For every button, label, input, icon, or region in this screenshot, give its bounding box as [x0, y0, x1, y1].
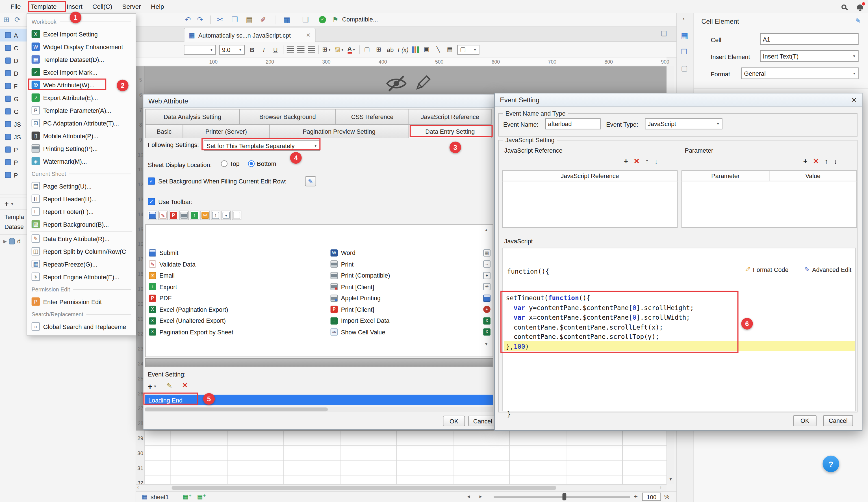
horizontal-scrollbar[interactable]: ‹ ›: [136, 484, 666, 491]
add-event-button[interactable]: +▼: [148, 382, 157, 391]
toolbar-option-row[interactable]: Excel (Pagination Export): [148, 304, 328, 315]
zoom-slider-track[interactable]: [494, 496, 630, 498]
toolbar-option-row[interactable]: PDF: [148, 293, 328, 304]
refresh-icon[interactable]: ⟳: [14, 16, 20, 24]
toolbar-preview-button[interactable]: [158, 211, 167, 220]
toolbar-option-row[interactable]: Excel (Unaltered Export): [148, 315, 328, 327]
toolbar-extra-row[interactable]: [483, 327, 492, 338]
prev-sheet-icon[interactable]: ◂: [467, 494, 470, 500]
menubar-item[interactable]: Server: [117, 0, 146, 13]
menubar-item[interactable]: Template: [26, 0, 62, 13]
sheet-display-top-radio[interactable]: Top: [221, 160, 240, 167]
following-settings-select[interactable]: Set for This Template Separately▼: [204, 141, 320, 151]
font-color-icon[interactable]: A▼: [347, 44, 355, 54]
menu-item[interactable]: Global Search and Replaceme: [27, 320, 136, 333]
delete-event-icon[interactable]: ✕: [182, 382, 188, 389]
zoom-slider-thumb[interactable]: [562, 493, 567, 500]
ok-button[interactable]: OK: [793, 415, 817, 426]
web-attribute-tab[interactable]: Printer (Server): [183, 124, 270, 138]
event-list-hscrollbar[interactable]: [145, 407, 493, 412]
delete-icon[interactable]: ✕: [813, 157, 819, 165]
redo-icon[interactable]: ↷: [197, 16, 203, 24]
scrollbar-thumb[interactable]: [172, 486, 556, 490]
italic-button[interactable]: I: [260, 44, 268, 54]
insert-element-select[interactable]: Insert Text(T)▼: [760, 50, 859, 62]
event-name-input[interactable]: afterload: [545, 119, 601, 130]
menu-item[interactable]: Report Header(H)...: [27, 193, 136, 205]
merge-cell-icon[interactable]: ▢: [363, 44, 371, 54]
spreadsheet-grid[interactable]: 29303132: [136, 431, 666, 484]
add-chart-sheet-icon[interactable]: ▤⁺: [197, 493, 206, 500]
zoom-in-button[interactable]: +: [634, 493, 638, 500]
align-left-icon[interactable]: [287, 47, 294, 53]
toolbar-extra-row[interactable]: [483, 281, 492, 293]
sheet-tab[interactable]: sheet1: [151, 494, 169, 500]
toolbar-preview-button[interactable]: [200, 211, 210, 220]
menu-item[interactable]: Excel Import Setting: [27, 28, 136, 40]
bold-button[interactable]: B: [248, 44, 256, 54]
template-dataset-tree-item[interactable]: ▶ d: [3, 238, 21, 244]
toolbar-option-row[interactable]: Word: [329, 247, 482, 258]
menu-item[interactable]: Page Setting(U)...: [27, 180, 136, 193]
menu-item[interactable]: Enter Permission Edit: [27, 295, 136, 308]
move-up-icon[interactable]: ↑: [645, 157, 649, 165]
toolbar-option-row[interactable]: Print [Client]: [329, 281, 482, 293]
align-center-icon[interactable]: [297, 47, 304, 53]
font-family-select[interactable]: ▼: [184, 44, 216, 54]
menu-item[interactable]: Widget Display Enhancement: [27, 40, 136, 53]
toolbar-option-row[interactable]: Import Excel Data: [329, 315, 482, 327]
toolbar-option-row[interactable]: Submit: [148, 247, 328, 258]
scroll-down-icon[interactable]: ▼: [667, 473, 674, 484]
web-attribute-tab[interactable]: Data Analysis Setting: [145, 109, 240, 124]
cancel-button[interactable]: Cancel: [823, 415, 853, 426]
copy-icon[interactable]: ❐: [231, 16, 238, 24]
toolbar-preview-button[interactable]: [148, 211, 157, 220]
collapse-panel-icon[interactable]: ›: [683, 16, 685, 22]
scroll-right-icon[interactable]: ›: [660, 485, 661, 490]
fill-color-icon[interactable]: ▨▼: [334, 44, 344, 54]
web-attribute-tab[interactable]: CSS Reference: [335, 109, 409, 124]
toolbar-extra-row[interactable]: [483, 315, 492, 327]
chart-icon[interactable]: [412, 46, 419, 53]
font-size-select[interactable]: 9.0▼: [219, 44, 245, 54]
toolbar-option-row[interactable]: Print [Client]: [329, 304, 482, 315]
toolbar-preview-button[interactable]: [190, 211, 199, 220]
menu-item[interactable]: Report Footer(F)...: [27, 205, 136, 218]
format-select[interactable]: General▼: [741, 68, 858, 79]
menu-item[interactable]: Export Attribute(E)...: [27, 91, 136, 104]
dialog-titlebar[interactable]: Web Attribute: [143, 94, 494, 108]
parameter-table[interactable]: Parameter Value: [682, 170, 857, 227]
javascript-editor[interactable]: function(){ ✐ Format Code ✎ Advanced Edi…: [502, 248, 856, 411]
toolbar-option-row[interactable]: Email: [148, 270, 328, 281]
close-tab-icon[interactable]: ✕: [306, 32, 311, 38]
menu-item[interactable]: Template Parameter(A)...: [27, 104, 136, 117]
menubar-item[interactable]: Help: [146, 0, 169, 13]
web-attribute-tab[interactable]: Basic: [145, 124, 183, 138]
move-down-icon[interactable]: ↓: [834, 157, 837, 165]
move-down-icon[interactable]: ↓: [654, 157, 658, 165]
table-body[interactable]: [502, 182, 678, 228]
javascript-code[interactable]: setTimeout(function(){ var y=contentPane…: [506, 294, 694, 352]
wrap-text-button[interactable]: ab: [386, 44, 394, 54]
toolbar-preview-button[interactable]: [179, 211, 189, 220]
format-painter-icon[interactable]: ✐: [260, 16, 266, 24]
menu-item[interactable]: Report Background(B)...: [27, 218, 136, 230]
edit-pencil-icon[interactable]: ✎: [855, 17, 861, 25]
advanced-edit-button[interactable]: ✎ Advanced Edit: [804, 266, 851, 274]
toolbar-preview-button[interactable]: [232, 211, 241, 220]
web-attribute-tab[interactable]: Data Entry Setting: [409, 124, 492, 138]
toolbar-option-row[interactable]: Show Cell Value: [329, 327, 482, 338]
menu-item[interactable]: Watermark(M)...: [27, 155, 136, 167]
toolbar-option-row[interactable]: Validate Data: [148, 258, 328, 270]
validate-check-icon[interactable]: [319, 16, 326, 23]
compatible-label[interactable]: Compatible...: [342, 16, 378, 23]
insert-table-icon[interactable]: ▦: [283, 16, 290, 24]
edit-event-icon[interactable]: ✎: [167, 382, 172, 390]
table-body[interactable]: [682, 182, 857, 228]
move-up-icon[interactable]: ↑: [825, 157, 828, 165]
menu-item[interactable]: Report Engine Attribute(E)...: [27, 270, 136, 283]
expand-arrow-icon[interactable]: ▶: [3, 238, 7, 244]
menu-item[interactable]: PC Adaptation Attribute(T)...: [27, 117, 136, 130]
scroll-up-icon[interactable]: ▲: [484, 228, 488, 232]
tab-list-icon[interactable]: ❏: [661, 30, 667, 38]
